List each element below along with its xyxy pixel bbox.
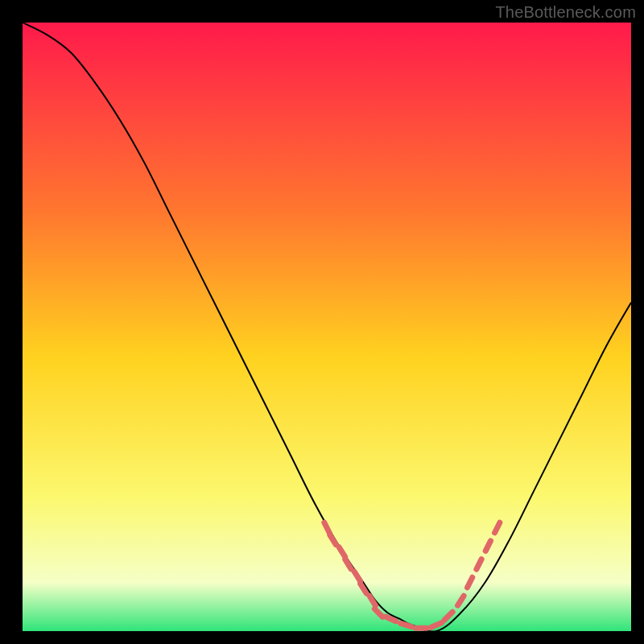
watermark-text: TheBottleneck.com	[495, 3, 636, 22]
plot-area	[23, 23, 631, 631]
chart-frame: TheBottleneck.com	[0, 0, 644, 644]
bottleneck-chart	[23, 23, 631, 631]
gradient-background	[23, 23, 631, 631]
highlight-dash	[401, 623, 411, 626]
